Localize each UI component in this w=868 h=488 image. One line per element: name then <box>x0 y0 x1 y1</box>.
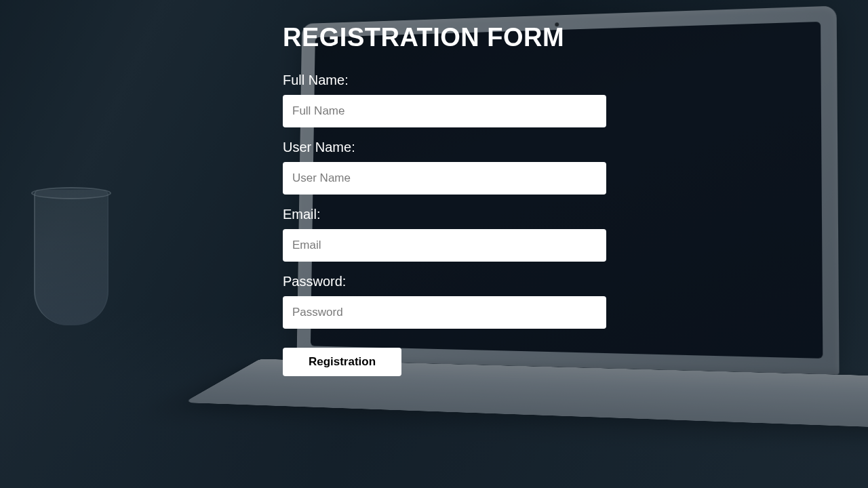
form-title: REGISTRATION FORM <box>283 23 608 52</box>
password-label: Password: <box>283 274 608 289</box>
email-label: Email: <box>283 207 608 222</box>
fullname-group: Full Name: <box>283 73 608 127</box>
username-label: User Name: <box>283 140 608 155</box>
password-group: Password: <box>283 274 608 329</box>
username-input[interactable] <box>283 162 606 195</box>
fullname-input[interactable] <box>283 95 606 127</box>
email-group: Email: <box>283 207 608 262</box>
registration-button[interactable]: Registration <box>283 348 401 376</box>
registration-form: REGISTRATION FORM Full Name: User Name: … <box>283 23 608 376</box>
username-group: User Name: <box>283 140 608 195</box>
email-input[interactable] <box>283 229 606 262</box>
password-input[interactable] <box>283 296 606 329</box>
fullname-label: Full Name: <box>283 73 608 88</box>
